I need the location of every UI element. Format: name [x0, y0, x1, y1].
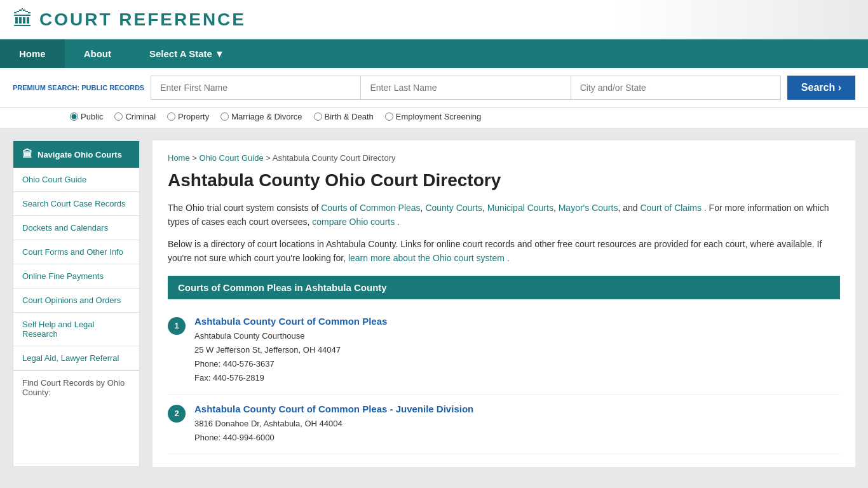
premium-label: PREMIUM SEARCH: PUBLIC RECORDS [13, 83, 144, 92]
filter-employment[interactable]: Employment Screening [385, 112, 481, 121]
court-entry-2: 2 Ashtabula County Court of Common Pleas… [168, 395, 840, 454]
court-details-1: Ashtabula County Courthouse 25 W Jeffers… [194, 329, 840, 385]
search-button[interactable]: Search › [787, 76, 855, 100]
intro-paragraph-1: The Ohio trial court system consists of … [168, 201, 840, 229]
logo[interactable]: 🏛 COURT REFERENCE [13, 8, 246, 31]
court-info-1: Ashtabula County Court of Common Pleas A… [194, 316, 840, 385]
sidebar-header: 🏛 Navigate Ohio Courts [13, 141, 139, 168]
first-name-input[interactable] [151, 76, 360, 100]
last-name-input[interactable] [360, 76, 570, 100]
court-entry-1: 1 Ashtabula County Court of Common Pleas… [168, 307, 840, 395]
sidebar-header-label: Navigate Ohio Courts [37, 150, 122, 159]
header-background [614, 0, 868, 39]
link-learn-more[interactable]: learn more about the Ohio court system [348, 253, 505, 263]
sidebar-item-search-records[interactable]: Search Court Case Records [13, 192, 139, 216]
filter-public[interactable]: Public [70, 112, 103, 121]
link-mayors-courts[interactable]: Mayor's Courts [559, 203, 618, 213]
sidebar-header-icon: 🏛 [22, 149, 32, 160]
page-title: Ashtabula County Ohio Court Directory [168, 170, 840, 191]
main-content: Home > Ohio Court Guide > Ashtabula Coun… [153, 140, 855, 467]
court-name-1[interactable]: Ashtabula County Court of Common Pleas [194, 316, 840, 327]
nav-home[interactable]: Home [0, 39, 65, 68]
link-county-courts[interactable]: County Courts [425, 203, 482, 213]
search-inputs [151, 76, 781, 100]
link-common-pleas[interactable]: Courts of Common Pleas [321, 203, 420, 213]
breadcrumb-home[interactable]: Home [168, 153, 190, 163]
sidebar-item-dockets[interactable]: Dockets and Calendars [13, 216, 139, 240]
intro-paragraph-2: Below is a directory of court locations … [168, 237, 840, 266]
sidebar-item-opinions[interactable]: Court Opinions and Orders [13, 288, 139, 313]
court-number-2: 2 [168, 405, 186, 423]
filter-marriage-divorce[interactable]: Marriage & Divorce [220, 112, 302, 121]
site-header: 🏛 COURT REFERENCE [0, 0, 868, 39]
main-container: 🏛 Navigate Ohio Courts Ohio Court Guide … [0, 128, 868, 480]
search-bar: PREMIUM SEARCH: PUBLIC RECORDS Search › [0, 68, 868, 108]
sidebar-item-self-help[interactable]: Self Help and Legal Research [13, 313, 139, 346]
logo-text: COURT REFERENCE [39, 10, 246, 30]
court-details-2: 3816 Donahoe Dr, Ashtabula, OH 44004 Pho… [194, 417, 840, 445]
breadcrumb-current: Ashtabula County Court Directory [273, 153, 396, 163]
filter-criminal[interactable]: Criminal [114, 112, 156, 121]
link-municipal-courts[interactable]: Municipal Courts [487, 203, 553, 213]
link-court-of-claims[interactable]: Court of Claims [640, 203, 701, 213]
city-state-input[interactable] [571, 76, 781, 100]
filter-birth-death[interactable]: Birth & Death [314, 112, 374, 121]
search-filters: Public Criminal Property Marriage & Divo… [0, 108, 868, 128]
section-common-pleas-header: Courts of Common Pleas in Ashtabula Coun… [168, 276, 840, 299]
breadcrumb-guide[interactable]: Ohio Court Guide [200, 153, 264, 163]
court-info-2: Ashtabula County Court of Common Pleas -… [194, 403, 840, 445]
sidebar-item-court-forms[interactable]: Court Forms and Other Info [13, 240, 139, 264]
court-name-2[interactable]: Ashtabula County Court of Common Pleas -… [194, 403, 840, 414]
filter-property[interactable]: Property [167, 112, 209, 121]
link-compare-courts[interactable]: compare Ohio courts [312, 217, 395, 227]
sidebar-item-fine-payments[interactable]: Online Fine Payments [13, 264, 139, 288]
sidebar-item-ohio-court-guide[interactable]: Ohio Court Guide [13, 168, 139, 192]
sidebar: 🏛 Navigate Ohio Courts Ohio Court Guide … [13, 140, 140, 467]
sidebar-county-label: Find Court Records by Ohio County: [13, 370, 139, 404]
main-nav: Home About Select A State ▼ [0, 39, 868, 68]
nav-about[interactable]: About [65, 39, 130, 68]
court-number-1: 1 [168, 317, 186, 335]
logo-icon: 🏛 [13, 8, 33, 31]
nav-select-state[interactable]: Select A State ▼ [130, 39, 243, 68]
breadcrumb: Home > Ohio Court Guide > Ashtabula Coun… [168, 153, 840, 163]
sidebar-item-legal-aid[interactable]: Legal Aid, Lawyer Referral [13, 346, 139, 370]
